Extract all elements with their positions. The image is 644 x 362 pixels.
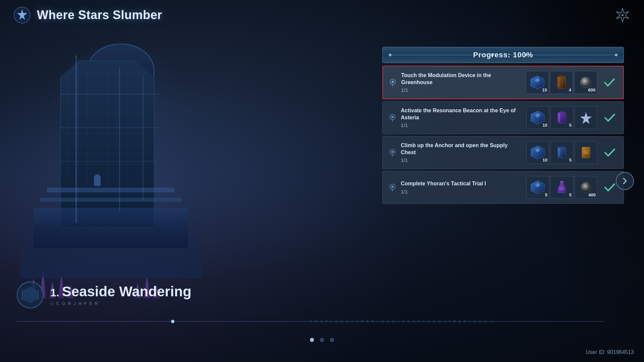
chapter-info: 1. Seaside Wandering ◇ C G R J H F E R	[17, 282, 192, 308]
quest-name-1: Touch the Modulation Device in the Green…	[401, 72, 522, 86]
reward-gem-blue-2: 10	[526, 106, 549, 129]
next-button[interactable]	[616, 172, 634, 190]
reward-item-3-3	[575, 141, 597, 164]
building-silhouette	[27, 27, 195, 278]
game-logo-icon	[614, 7, 631, 23]
quest-rewards-2: 10 5	[526, 106, 597, 129]
svg-point-25	[559, 146, 564, 148]
quest-progress-3: 1/1	[401, 157, 522, 163]
chapter-number: 1.	[50, 287, 59, 299]
quest-item-2[interactable]: Activate the Resonance Beacon at the Eye…	[382, 101, 624, 134]
reward-gem-blue-3: 10	[526, 141, 549, 164]
reward-gem-blue-4: 5	[526, 176, 549, 199]
quest-info-2: Activate the Resonance Beacon at the Eye…	[401, 107, 522, 128]
quest-pin-icon-2	[388, 113, 397, 122]
svg-point-34	[584, 186, 588, 189]
progress-bar: Progress: 100%	[382, 47, 624, 63]
quest-info-1: Touch the Modulation Device in the Green…	[401, 72, 522, 93]
page-dot-3[interactable]	[330, 338, 334, 342]
reward-count-4-1: 5	[545, 192, 547, 197]
progress-text: Progress: 100%	[473, 51, 533, 59]
svg-point-21	[391, 151, 394, 153]
svg-point-17	[559, 111, 564, 113]
quest-progress-1: 1/1	[401, 87, 522, 93]
quest-name-4: Complete Yhoran's Tactical Trial I	[401, 180, 522, 187]
building-grid	[67, 70, 148, 204]
quest-rewards-1: 15	[526, 71, 597, 94]
reward-count-4-2: 5	[569, 192, 572, 197]
quest-panel: Progress: 100% Touch the Modulation Devi…	[382, 47, 624, 204]
reward-item-1-2: 4	[550, 71, 573, 94]
header-left: Where Stars Slumber	[13, 6, 162, 24]
reward-count-2-2: 5	[569, 123, 572, 128]
check-icon-3	[601, 144, 618, 161]
reward-count-1-2: 4	[569, 87, 571, 93]
star-icon	[13, 6, 31, 24]
timeline-dot	[171, 320, 174, 323]
reward-item-2-2: 5	[550, 106, 573, 129]
quest-rewards-4: 5 5	[526, 176, 597, 199]
timeline-bar: T R A P > C E G > T R A P > C E G > T R …	[17, 321, 604, 322]
quest-info-4: Complete Yhoran's Tactical Trial I 1/1	[401, 180, 522, 194]
page-dot-2[interactable]	[320, 338, 324, 342]
quest-pin-icon-3	[388, 148, 397, 157]
timeline-ticks: T R A P > C E G > T R A P > C E G > T R …	[310, 320, 604, 323]
quest-list: Touch the Modulation Device in the Green…	[382, 66, 624, 204]
reward-gem-blue-1: 15	[526, 71, 549, 94]
quest-info-3: Climb up the Anchor and open the Supply …	[401, 142, 522, 163]
check-icon-2	[601, 109, 618, 126]
quest-progress-2: 1/1	[401, 122, 522, 128]
progress-dot-left	[389, 54, 391, 56]
svg-point-29	[391, 186, 394, 188]
quest-name-3: Climb up the Anchor and open the Supply …	[401, 142, 522, 156]
quest-item-1[interactable]: Touch the Modulation Device in the Green…	[382, 66, 624, 99]
check-icon-1	[601, 74, 618, 91]
chapter-name: Seaside Wandering	[62, 284, 192, 299]
user-id-label: User ID:	[586, 349, 606, 355]
reward-count-4-3: 400	[588, 192, 596, 197]
svg-rect-9	[561, 78, 563, 87]
reward-item-2-3	[575, 106, 597, 129]
pagination-dots	[310, 338, 334, 342]
progress-dot-right	[615, 54, 618, 56]
reward-item-4-3: 400	[575, 176, 597, 199]
svg-rect-26	[558, 148, 560, 157]
svg-point-11	[580, 77, 591, 88]
chapter-sub: ◇ C G R J H F E R	[50, 301, 192, 306]
chapter-emblem-inner	[22, 287, 39, 303]
page-dot-1[interactable]	[310, 338, 314, 342]
quest-item-4[interactable]: Complete Yhoran's Tactical Trial I 1/1 5	[382, 171, 624, 204]
reward-count-3-2: 5	[569, 158, 572, 163]
svg-point-10	[559, 75, 564, 77]
svg-point-32	[559, 187, 565, 191]
quest-pin-icon-4	[388, 183, 397, 192]
quest-name-2: Activate the Resonance Beacon at the Eye…	[401, 107, 522, 121]
reward-count-1-3: 600	[588, 87, 595, 93]
svg-point-3	[392, 81, 394, 83]
quest-rewards-3: 10 5	[526, 141, 597, 164]
svg-point-1	[622, 14, 624, 16]
svg-point-19	[584, 116, 588, 119]
reward-count-2-1: 10	[543, 123, 547, 128]
reward-item-3-2: 5	[550, 141, 573, 164]
svg-rect-8	[558, 78, 560, 87]
chapter-text: 1. Seaside Wandering ◇ C G R J H F E R	[50, 284, 192, 306]
reward-item-1-3: 600	[574, 71, 597, 94]
svg-rect-18	[558, 114, 560, 122]
chapter-emblem	[17, 282, 44, 308]
reward-item-4-2: 5	[550, 176, 573, 199]
quest-progress-4: 1/1	[401, 189, 522, 194]
page-title: Where Stars Slumber	[37, 8, 162, 22]
reward-count-1-1: 15	[542, 87, 547, 93]
user-id: User ID: 901964513	[586, 349, 634, 355]
quest-pin-icon-1	[388, 78, 397, 87]
quest-item-3[interactable]: Climb up the Anchor and open the Supply …	[382, 136, 624, 169]
user-id-value: 901964513	[607, 349, 634, 355]
svg-point-13	[391, 116, 394, 118]
bottom-section: 1. Seaside Wandering ◇ C G R J H F E R T…	[0, 295, 644, 362]
header: Where Stars Slumber	[0, 0, 644, 30]
reward-count-3-1: 10	[543, 158, 547, 163]
scene-illustration	[0, 0, 208, 302]
